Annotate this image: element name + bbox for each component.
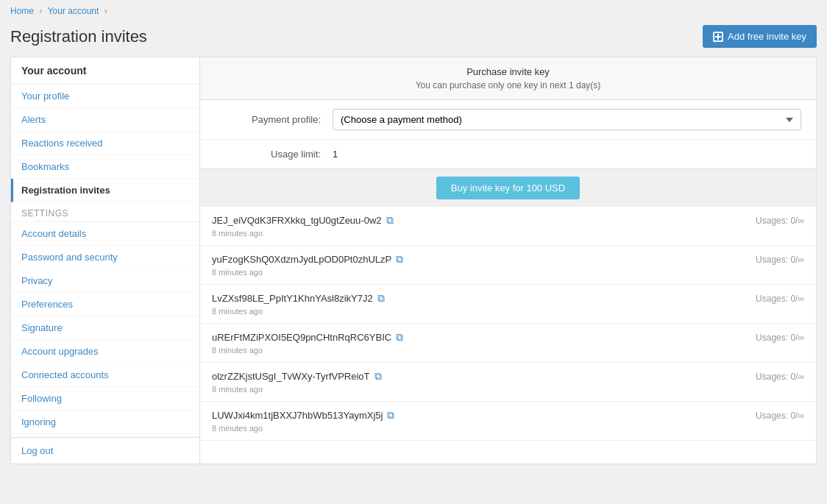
- sidebar-section-header: Your account: [11, 57, 199, 85]
- sidebar-item-following[interactable]: Following: [11, 387, 199, 411]
- invite-usages: Usages: 0/∞: [756, 214, 804, 226]
- usage-value: 1: [333, 149, 801, 160]
- main-layout: Your account Your profile Alerts Reactio…: [0, 57, 827, 475]
- sidebar-item-alerts[interactable]: Alerts: [11, 108, 199, 132]
- invite-key: olzrZZKjstUSgI_TvWXy-TyrfVPReioT ⧉: [212, 370, 382, 383]
- sidebar-item-registration-invites[interactable]: Registration invites: [11, 179, 199, 202]
- content-area: Purchase invite key You can purchase onl…: [200, 57, 817, 464]
- plus-icon: [713, 32, 723, 42]
- invite-usages: Usages: 0/∞: [756, 409, 804, 421]
- breadcrumb-sep2: ›: [104, 6, 107, 16]
- add-invite-label: Add free invite key: [728, 31, 806, 42]
- copy-icon[interactable]: ⧉: [377, 292, 385, 305]
- buy-btn-row: Buy invite key for 100 USD: [200, 169, 816, 207]
- invite-item: LvZXsf98LE_PpItY1KhnYAsl8zikY7J2 ⧉ 8 min…: [200, 285, 816, 324]
- invite-item: yuFzogKShQ0XdzmJydLpOD0Pt0zhULzP ⧉ 8 min…: [200, 246, 816, 285]
- purchase-title: Purchase invite key: [215, 66, 801, 77]
- sidebar-item-password-security[interactable]: Password and security: [11, 246, 199, 269]
- usage-row: Usage limit: 1: [200, 140, 816, 168]
- invite-item: uRErFtMZiPXOI5EQ9pnCHtnRqRC6YBIC ⧉ 8 min…: [200, 324, 816, 363]
- sidebar-item-signature[interactable]: Signature: [11, 316, 199, 340]
- purchase-section: Purchase invite key You can purchase onl…: [200, 57, 816, 100]
- logout-button[interactable]: Log out: [11, 437, 199, 464]
- invite-time: 8 minutes ago: [212, 424, 394, 433]
- sidebar: Your account Your profile Alerts Reactio…: [10, 57, 200, 464]
- invite-list: JEJ_eiVQdK3FRXkkq_tgU0gtZeuu-0w2 ⧉ 8 min…: [200, 207, 816, 441]
- breadcrumb-account[interactable]: Your account: [48, 6, 99, 16]
- copy-icon[interactable]: ⧉: [396, 331, 403, 344]
- sidebar-item-account-upgrades[interactable]: Account upgrades: [11, 340, 199, 363]
- sidebar-item-bookmarks[interactable]: Bookmarks: [11, 155, 199, 179]
- form-section: Payment profile: (Choose a payment metho…: [200, 100, 816, 169]
- invite-item: LUWJxi4km1tjBXXJ7hbWb513YaymXj5j ⧉ 8 min…: [200, 402, 816, 441]
- invite-item: JEJ_eiVQdK3FRXkkq_tgU0gtZeuu-0w2 ⧉ 8 min…: [200, 207, 816, 246]
- sidebar-item-reactions-received[interactable]: Reactions received: [11, 132, 199, 155]
- invite-key: yuFzogKShQ0XdzmJydLpOD0Pt0zhULzP ⧉: [212, 253, 403, 266]
- breadcrumb-sep1: ›: [39, 6, 44, 16]
- breadcrumb: Home › Your account ›: [0, 0, 827, 22]
- sidebar-item-ignoring[interactable]: Ignoring: [11, 411, 199, 434]
- invite-key: JEJ_eiVQdK3FRXkkq_tgU0gtZeuu-0w2 ⧉: [212, 214, 394, 227]
- sidebar-settings-label: Settings: [11, 202, 199, 222]
- breadcrumb-home[interactable]: Home: [10, 6, 34, 16]
- invite-left: olzrZZKjstUSgI_TvWXy-TyrfVPReioT ⧉ 8 min…: [212, 370, 382, 394]
- purchase-subtitle: You can purchase only one key in next 1 …: [215, 80, 801, 90]
- invite-key: LUWJxi4km1tjBXXJ7hbWb513YaymXj5j ⧉: [212, 409, 394, 422]
- payment-row: Payment profile: (Choose a payment metho…: [200, 100, 816, 140]
- invite-time: 8 minutes ago: [212, 229, 394, 238]
- invite-item: olzrZZKjstUSgI_TvWXy-TyrfVPReioT ⧉ 8 min…: [200, 363, 816, 402]
- page-title: Registration invites: [10, 27, 147, 46]
- invite-left: LUWJxi4km1tjBXXJ7hbWb513YaymXj5j ⧉ 8 min…: [212, 409, 394, 433]
- sidebar-item-account-details[interactable]: Account details: [11, 222, 199, 246]
- invite-time: 8 minutes ago: [212, 385, 382, 394]
- invite-left: yuFzogKShQ0XdzmJydLpOD0Pt0zhULzP ⧉ 8 min…: [212, 253, 403, 277]
- payment-label: Payment profile:: [215, 114, 333, 125]
- invite-left: uRErFtMZiPXOI5EQ9pnCHtnRqRC6YBIC ⧉ 8 min…: [212, 331, 403, 355]
- sidebar-item-privacy[interactable]: Privacy: [11, 269, 199, 293]
- sidebar-item-your-profile[interactable]: Your profile: [11, 85, 199, 108]
- usage-label: Usage limit:: [215, 149, 333, 160]
- copy-icon[interactable]: ⧉: [387, 409, 394, 422]
- invite-time: 8 minutes ago: [212, 307, 385, 316]
- sidebar-item-preferences[interactable]: Preferences: [11, 293, 199, 316]
- copy-icon[interactable]: ⧉: [386, 214, 394, 227]
- copy-icon[interactable]: ⧉: [375, 370, 382, 383]
- copy-icon[interactable]: ⧉: [396, 253, 403, 266]
- invite-usages: Usages: 0/∞: [756, 370, 804, 382]
- invite-time: 8 minutes ago: [212, 346, 403, 355]
- invite-left: JEJ_eiVQdK3FRXkkq_tgU0gtZeuu-0w2 ⧉ 8 min…: [212, 214, 394, 238]
- invite-key: uRErFtMZiPXOI5EQ9pnCHtnRqRC6YBIC ⧉: [212, 331, 403, 344]
- invite-left: LvZXsf98LE_PpItY1KhnYAsl8zikY7J2 ⧉ 8 min…: [212, 292, 385, 316]
- buy-button[interactable]: Buy invite key for 100 USD: [436, 177, 580, 199]
- invite-usages: Usages: 0/∞: [756, 253, 804, 265]
- page-header: Registration invites Add free invite key: [0, 22, 827, 57]
- payment-select[interactable]: (Choose a payment method): [333, 109, 801, 130]
- invite-usages: Usages: 0/∞: [756, 331, 804, 343]
- add-invite-button[interactable]: Add free invite key: [703, 25, 817, 48]
- invite-usages: Usages: 0/∞: [756, 292, 804, 304]
- invite-time: 8 minutes ago: [212, 268, 403, 277]
- invite-key: LvZXsf98LE_PpItY1KhnYAsl8zikY7J2 ⧉: [212, 292, 385, 305]
- sidebar-item-connected-accounts[interactable]: Connected accounts: [11, 363, 199, 387]
